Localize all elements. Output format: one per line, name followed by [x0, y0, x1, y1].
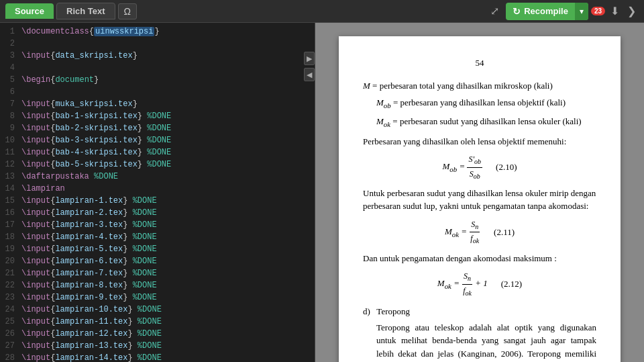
- line-content: \input{bab-3-skripsi.tex} %DONE: [21, 134, 315, 146]
- line-content: \input{lampiran-1.tex} %DONE: [21, 195, 315, 207]
- toolbar: Source Rich Text Ω ⤢ ↻ Recompile ▾ 23 ⬇ …: [0, 0, 644, 23]
- line-number: 3: [0, 50, 21, 62]
- line-content: \input{data_skripsi.tex}: [21, 50, 315, 62]
- richtext-tab[interactable]: Rich Text: [56, 3, 115, 19]
- line-number: 11: [0, 146, 21, 159]
- line-content: \input{muka_skripsi.tex}: [21, 98, 315, 110]
- mob-definition: Mob = perbesaran yang dihasilkan lensa o…: [376, 96, 596, 111]
- mok-definition: Mok = perbesaran sudut yang dihasilkan l…: [376, 115, 596, 130]
- line-number: 26: [0, 328, 21, 340]
- code-line-17: 17\input{lampiran-3.tex} %DONE: [0, 219, 315, 231]
- code-line-8: 8\input{bab-1-skripsi.tex} %DONE: [0, 110, 315, 122]
- editor-pane[interactable]: 1\documentclass{uinwsskripsi}23\input{da…: [0, 23, 315, 362]
- line-content: \input{lampiran-10.tex} %DONE: [21, 304, 315, 316]
- code-line-11: 11\input{bab-4-skripsi.tex} %DONE: [0, 146, 315, 159]
- formula-2-10: Mob = S'obSob (2.10): [363, 153, 596, 181]
- omega-button[interactable]: Ω: [118, 3, 137, 19]
- section-d-label: d) Teropong: [363, 305, 596, 318]
- line-number: 27: [0, 340, 21, 352]
- teropong-text: Teropong atau teleskop adalah alat optik…: [376, 321, 596, 363]
- collapse-right-arrow[interactable]: ▶: [304, 52, 315, 65]
- download-button[interactable]: ⬇: [608, 5, 622, 17]
- code-line-2: 2: [0, 38, 315, 50]
- source-tab[interactable]: Source: [5, 3, 54, 19]
- line-number: 4: [0, 62, 21, 74]
- line-content: \input{lampiran-4.tex} %DONE: [21, 231, 315, 243]
- line-number: 13: [0, 171, 21, 183]
- formula-2-12: Mok = Snfok + 1 (2.12): [363, 270, 596, 298]
- line-number: 17: [0, 219, 21, 231]
- line-number: 10: [0, 134, 21, 146]
- line-content: \input{lampiran-8.tex} %DONE: [21, 279, 315, 291]
- line-content: \input{bab-5-skripsi.tex} %DONE: [21, 159, 315, 171]
- collapse-right-button[interactable]: ❯: [625, 5, 639, 17]
- code-line-7: 7\input{muka_skripsi.tex}: [0, 98, 315, 110]
- line-content: \documentclass{uinwsskripsi}: [21, 26, 315, 38]
- code-line-6: 6: [0, 86, 315, 98]
- line-number: 5: [0, 74, 21, 86]
- line-number: 28: [0, 352, 21, 362]
- code-line-23: 23\input{lampiran-9.tex} %DONE: [0, 291, 315, 304]
- code-line-16: 16\input{lampiran-2.tex} %DONE: [0, 207, 315, 219]
- line-number: 12: [0, 159, 21, 171]
- pdf-page: 54 M = perbesaran total yang dihasilkan …: [339, 36, 621, 362]
- perbesaran-objektif-text: Perbesaran yang dihasilkan oleh lensa ob…: [363, 135, 596, 148]
- code-line-13: 13\daftarpustaka %DONE: [0, 171, 315, 183]
- code-line-10: 10\input{bab-3-skripsi.tex} %DONE: [0, 134, 315, 146]
- line-number: 18: [0, 231, 21, 243]
- line-number: 21: [0, 267, 21, 279]
- code-line-25: 25\input{lampiran-11.tex} %DONE: [0, 316, 315, 328]
- recompile-group: ↻ Recompile ▾: [506, 3, 588, 20]
- line-number: 24: [0, 304, 21, 316]
- line-content: \input{lampiran-11.tex} %DONE: [21, 316, 315, 328]
- code-line-27: 27\input{lampiran-13.tex} %DONE: [0, 340, 315, 352]
- line-content: \daftarpustaka %DONE: [21, 171, 315, 183]
- line-content: \input{lampiran-7.tex} %DONE: [21, 267, 315, 279]
- recompile-button[interactable]: ↻ Recompile: [506, 6, 575, 17]
- line-content: \input{lampiran-9.tex} %DONE: [21, 291, 315, 304]
- recompile-dropdown[interactable]: ▾: [575, 3, 588, 20]
- line-number: 20: [0, 255, 21, 267]
- line-number: 6: [0, 86, 21, 98]
- page-number: 54: [363, 56, 596, 70]
- line-content: \input{lampiran-2.tex} %DONE: [21, 207, 315, 219]
- collapse-left-arrow[interactable]: ◀: [304, 68, 315, 81]
- code-line-28: 28\input{lampiran-14.tex} %DONE: [0, 352, 315, 362]
- line-content: \input{lampiran-13.tex} %DONE: [21, 340, 315, 352]
- line-content: \input{bab-1-skripsi.tex} %DONE: [21, 110, 315, 122]
- akomodasi-text: Dan untuk pengamatan dengan akomodasi ma…: [363, 252, 596, 265]
- code-line-18: 18\input{lampiran-4.tex} %DONE: [0, 231, 315, 243]
- line-content: \input{lampiran-3.tex} %DONE: [21, 219, 315, 231]
- line-content: \input{lampiran-12.tex} %DONE: [21, 328, 315, 340]
- line-content: [21, 86, 315, 98]
- line-number: 2: [0, 38, 21, 50]
- line-number: 16: [0, 207, 21, 219]
- line-content: \input{lampiran-6.tex} %DONE: [21, 255, 315, 267]
- code-line-4: 4: [0, 62, 315, 74]
- code-line-26: 26\input{lampiran-12.tex} %DONE: [0, 328, 315, 340]
- line-content: [21, 62, 315, 74]
- line-content: [21, 38, 315, 50]
- line-number: 22: [0, 279, 21, 291]
- code-line-15: 15\input{lampiran-1.tex} %DONE: [0, 195, 315, 207]
- line-number: 25: [0, 316, 21, 328]
- line-number: 23: [0, 291, 21, 304]
- main-container: 1\documentclass{uinwsskripsi}23\input{da…: [0, 23, 644, 362]
- code-line-22: 22\input{lampiran-8.tex} %DONE: [0, 279, 315, 291]
- line-number: 7: [0, 98, 21, 110]
- line-number: 19: [0, 243, 21, 255]
- expand-button[interactable]: ⤢: [486, 5, 503, 17]
- preview-pane[interactable]: 54 M = perbesaran total yang dihasilkan …: [315, 23, 644, 362]
- code-line-19: 19\input{lampiran-5.tex} %DONE: [0, 243, 315, 255]
- line-content: \input{lampiran-5.tex} %DONE: [21, 243, 315, 255]
- line-number: 14: [0, 183, 21, 195]
- collapse-arrows: ▶ ◀: [304, 52, 315, 81]
- code-line-5: 5\begin{document}: [0, 74, 315, 86]
- line-number: 9: [0, 122, 21, 134]
- perbesaran-okuler-text: Untuk perbesaran sudut yang dihasilkan l…: [363, 187, 596, 213]
- code-line-20: 20\input{lampiran-6.tex} %DONE: [0, 255, 315, 267]
- code-line-14: 14\lampiran: [0, 183, 315, 195]
- code-lines: 1\documentclass{uinwsskripsi}23\input{da…: [0, 23, 315, 362]
- m-definition: M = perbesaran total yang dihasilkan mik…: [363, 79, 596, 93]
- code-line-9: 9\input{bab-2-skripsi.tex} %DONE: [0, 122, 315, 134]
